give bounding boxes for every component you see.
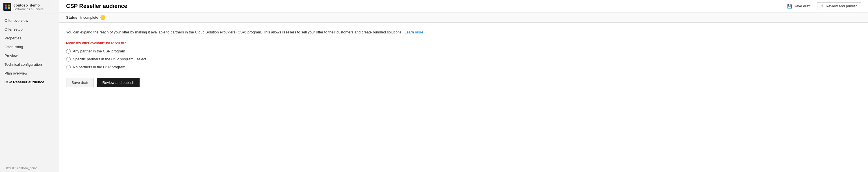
sidebar-navigation: Offer overview Offer setup Properties Of… [0, 14, 59, 164]
sidebar-item-offer-listing[interactable]: Offer listing [0, 43, 59, 51]
radio-any-partner-label: Any partner in the CSP program [73, 49, 125, 53]
radio-specific-partners-label: Specific partners in the CSP program I s… [73, 57, 146, 61]
save-draft-top-button[interactable]: 💾 Save draft [785, 3, 813, 10]
sidebar-item-csp-reseller-audience[interactable]: CSP Reseller audience [0, 78, 59, 87]
company-name: contoso_demo [13, 3, 44, 7]
radio-option-no-partners[interactable]: No partners in the CSP program [66, 65, 861, 69]
svg-rect-1 [8, 4, 10, 6]
radio-option-any-partner[interactable]: Any partner in the CSP program [66, 49, 861, 53]
sidebar-company-info: contoso_demo Software as a Service [13, 3, 44, 11]
status-bar: Status: Incomplete 🟡 [59, 13, 868, 23]
top-bar-actions: 💾 Save draft ⇧ Review and publish [785, 2, 861, 10]
svg-rect-3 [8, 7, 10, 9]
sidebar: contoso_demo Software as a Service ⋮ Off… [0, 0, 59, 172]
field-label-text: Make my offer available for resell to [66, 41, 124, 45]
sidebar-item-preview[interactable]: Preview [0, 51, 59, 60]
status-prefix-label: Status: [66, 15, 79, 20]
sidebar-item-plan-overview[interactable]: Plan overview [0, 69, 59, 78]
svg-rect-2 [5, 7, 7, 9]
offer-id-label: Offer ID: contoso_demo [0, 164, 59, 172]
review-publish-top-button[interactable]: ⇧ Review and publish [817, 2, 861, 10]
description-text: You can expand the reach of your offer b… [66, 29, 861, 35]
radio-any-partner-input[interactable] [66, 49, 71, 53]
sidebar-expand-icon[interactable]: ⋮ [52, 5, 56, 9]
required-marker: * [124, 41, 127, 45]
review-publish-button[interactable]: Review and publish [97, 78, 140, 87]
action-buttons: Save draft Review and publish [66, 78, 861, 87]
top-bar: CSP Reseller audience 💾 Save draft ⇧ Rev… [59, 0, 868, 13]
radio-option-specific-partners[interactable]: Specific partners in the CSP program I s… [66, 57, 861, 62]
sidebar-item-technical-configuration[interactable]: Technical configuration [0, 60, 59, 69]
sidebar-header: contoso_demo Software as a Service ⋮ [0, 0, 59, 14]
learn-more-link[interactable]: Learn more [405, 30, 423, 34]
radio-specific-partners-input[interactable] [66, 57, 71, 62]
status-warning-icon: 🟡 [100, 15, 106, 20]
field-label: Make my offer available for resell to * [66, 41, 861, 45]
main-content: CSP Reseller audience 💾 Save draft ⇧ Rev… [59, 0, 868, 172]
sidebar-item-offer-overview[interactable]: Offer overview [0, 16, 59, 25]
save-draft-button[interactable]: Save draft [66, 78, 94, 87]
sidebar-item-offer-setup[interactable]: Offer setup [0, 25, 59, 34]
save-draft-top-label: Save draft [794, 4, 810, 8]
status-value: Incomplete [80, 15, 98, 20]
svg-rect-0 [5, 4, 7, 6]
radio-no-partners-label: No partners in the CSP program [73, 65, 125, 69]
radio-no-partners-input[interactable] [66, 65, 71, 69]
content-area: You can expand the reach of your offer b… [59, 23, 868, 172]
description-content: You can expand the reach of your offer b… [66, 30, 402, 34]
company-logo-icon [3, 3, 11, 11]
page-title: CSP Reseller audience [66, 3, 127, 9]
review-publish-top-label: Review and publish [826, 4, 858, 8]
radio-group: Any partner in the CSP program Specific … [66, 49, 861, 69]
upload-icon: ⇧ [821, 4, 824, 8]
company-type: Software as a Service [13, 7, 44, 11]
save-icon: 💾 [787, 4, 792, 8]
sidebar-item-properties[interactable]: Properties [0, 34, 59, 43]
